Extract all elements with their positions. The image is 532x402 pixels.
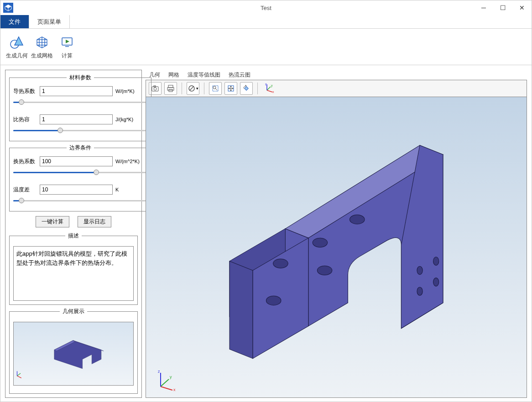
htc-label: 换热系数: [13, 158, 37, 165]
print-button[interactable]: [164, 82, 177, 95]
geom-thumbnail: [13, 322, 134, 386]
geometry-icon: [9, 34, 25, 50]
ribbon-gen-geom-label: 生成几何: [6, 52, 28, 60]
svg-text:z: z: [158, 369, 160, 374]
htc-input[interactable]: [40, 156, 113, 166]
svg-point-53: [349, 215, 365, 224]
cond-input[interactable]: [40, 86, 113, 96]
svg-line-17: [17, 376, 21, 378]
ribbon: 生成几何 生成网格 计算: [0, 29, 532, 65]
svg-point-57: [433, 257, 439, 265]
onekey-compute-button[interactable]: 一键计算: [36, 216, 69, 227]
axis-triad-icon: x y z: [155, 369, 178, 392]
description-text: 此app针对回旋镖玩具的模型，研究了此模型处于热对流边界条件下的热场分布。: [13, 246, 134, 301]
viewtab-flux[interactable]: 热流云图: [229, 71, 250, 79]
svg-line-38: [267, 90, 272, 92]
svg-rect-36: [245, 87, 248, 90]
zoom-box-button[interactable]: [209, 82, 222, 95]
viewport-canvas[interactable]: x y z: [146, 97, 527, 398]
svg-text:y: y: [170, 375, 172, 379]
menu-tabs: 文件 页面菜单: [0, 15, 532, 29]
svg-point-54: [317, 266, 332, 275]
svg-point-58: [417, 287, 422, 295]
tab-file[interactable]: 文件: [0, 15, 29, 28]
svg-line-27: [190, 87, 193, 90]
cond-unit: W/(m*K): [115, 88, 147, 94]
ribbon-compute-label: 计算: [62, 52, 73, 60]
svg-line-39: [267, 87, 271, 90]
triad-toggle[interactable]: xyz: [262, 82, 275, 95]
ribbon-gen-geom[interactable]: 生成几何: [4, 31, 29, 63]
viewtab-mesh[interactable]: 网格: [168, 71, 179, 79]
viewtab-temp[interactable]: 温度等值线图: [188, 71, 220, 79]
show-log-button[interactable]: 显示日志: [78, 216, 111, 227]
minimize-button[interactable]: ─: [474, 1, 493, 14]
ribbon-gen-mesh-label: 生成网格: [31, 52, 53, 60]
svg-marker-0: [5, 5, 11, 8]
view-toolbar: ▾ xyz: [146, 80, 527, 97]
dt-slider[interactable]: [13, 196, 147, 205]
svg-marker-14: [54, 340, 101, 369]
title-bar: Test ─ ☐ ✕: [0, 0, 532, 15]
panel-boundary: 边界条件 换热系数 W/(m^2*K) 温度差 K: [9, 144, 151, 211]
view-tabs: 几何 网格 温度等值线图 热流云图: [146, 70, 527, 80]
svg-line-18: [17, 373, 20, 376]
panel-boundary-title: 边界条件: [67, 144, 94, 152]
svg-text:z: z: [265, 83, 267, 86]
svg-marker-3: [15, 37, 23, 45]
ribbon-compute[interactable]: 计算: [54, 31, 79, 63]
svg-point-51: [273, 259, 288, 268]
svg-point-59: [433, 278, 439, 286]
svg-text:x: x: [173, 387, 176, 392]
heat-slider[interactable]: [13, 126, 147, 134]
window-title: Test: [261, 5, 271, 11]
svg-text:y: y: [271, 84, 273, 88]
svg-point-55: [266, 296, 281, 305]
main-view: 几何 网格 温度等值线图 热流云图 ▾ xyz: [146, 70, 527, 398]
pan-button[interactable]: [224, 82, 237, 95]
dt-label: 温度差: [13, 186, 37, 194]
htc-slider[interactable]: [13, 168, 147, 176]
svg-point-56: [417, 266, 422, 274]
compute-icon: [59, 34, 75, 50]
sidebar: 材料参数 导热系数 W/(m*K) 比热容 J/(kg*K) 边界条件 换热系数…: [5, 70, 142, 398]
disable-button[interactable]: ▾: [187, 82, 199, 95]
svg-text:x: x: [272, 90, 274, 93]
htc-unit: W/(m^2*K): [115, 159, 147, 164]
panel-material: 材料参数 导热系数 W/(m*K) 比热容 J/(kg*K): [9, 74, 151, 141]
app-icon: [3, 3, 13, 13]
panel-geom-title: 几何展示: [60, 308, 87, 315]
svg-line-30: [215, 88, 217, 90]
panel-geom-preview: 几何展示: [9, 308, 138, 394]
mesh-icon: [34, 34, 50, 50]
svg-marker-12: [66, 40, 69, 43]
heat-unit: J/(kg*K): [115, 117, 147, 122]
svg-rect-24: [167, 88, 174, 90]
rotate-button[interactable]: [240, 82, 253, 95]
svg-point-52: [313, 238, 328, 247]
panel-description: 描述 此app针对回旋镖玩具的模型，研究了此模型处于热对流边界条件下的热场分布。: [9, 232, 138, 305]
cond-slider[interactable]: [13, 98, 147, 106]
dt-input[interactable]: [40, 185, 113, 195]
svg-point-21: [154, 88, 156, 90]
panel-material-title: 材料参数: [67, 74, 94, 82]
svg-rect-23: [168, 85, 173, 88]
svg-line-62: [161, 379, 169, 387]
cond-label: 导热系数: [13, 88, 37, 95]
dt-unit: K: [115, 187, 147, 192]
tab-page-menu[interactable]: 页面菜单: [29, 15, 70, 28]
maximize-button[interactable]: ☐: [493, 1, 512, 14]
ribbon-gen-mesh[interactable]: 生成网格: [29, 31, 54, 63]
svg-marker-48: [229, 261, 253, 359]
heat-input[interactable]: [40, 114, 113, 124]
panel-description-title: 描述: [65, 232, 82, 240]
close-button[interactable]: ✕: [512, 1, 532, 14]
svg-line-60: [161, 387, 172, 390]
heat-label: 比热容: [13, 116, 37, 124]
